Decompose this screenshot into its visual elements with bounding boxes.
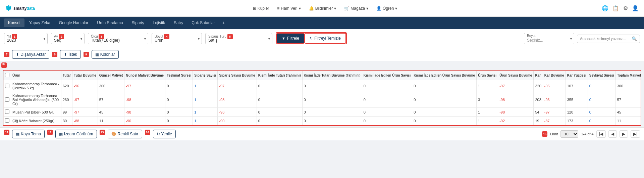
cell-tutar-3: 30 <box>61 117 72 125</box>
color-row-icon: 🎨 <box>111 132 116 136</box>
cell-guncel-maliyet-buyume-2: -98 <box>124 108 165 117</box>
row-checkbox-0[interactable] <box>5 84 9 88</box>
cell-siparis-sayisi-3[interactable]: 1 <box>193 117 218 125</box>
cell-kismi-iade-edilen-urun-sayisi-1: 0 <box>362 92 412 108</box>
right-boyut-select[interactable]: Seçiniz... <box>527 38 566 43</box>
bottom-badge-15: 15 <box>542 131 547 137</box>
nav-link-ogren[interactable]: 👤 Öğren ▾ <box>376 6 397 11</box>
select-all-checkbox[interactable] <box>5 73 9 77</box>
bottom-bar: 11 ▦ Koyu Tema 12 ▦ Izgara Görünüm 13 🎨 … <box>0 127 644 140</box>
cell-kismi-iade-edilen-urun-sayisi-buyume-1: 0 <box>412 92 477 108</box>
nav-link-ham-veri[interactable]: ≡ Ham Veri ▾ <box>277 6 301 11</box>
action-row: 7 ⬇ Dışarıya Aktar 8 ⬇ İstek 9 ▦ Kolonla… <box>0 48 644 61</box>
cell-kar-3: 19 <box>534 117 543 125</box>
nav-link-kupler[interactable]: ⊞ Küpler <box>253 6 269 11</box>
cell-guncel-maliyet-buyume-0: -97 <box>124 80 165 92</box>
filtrele-button[interactable]: ▼ Filtrele <box>276 33 305 44</box>
bell-icon: 🔔 <box>309 6 314 11</box>
istek-button[interactable]: ⬇ İstek <box>60 50 80 59</box>
sidebar-item-satis[interactable]: Satış <box>170 18 187 27</box>
chevron-down-icon-2: ▾ <box>334 6 336 11</box>
cell-guncel-maliyet-2: 45 <box>98 108 124 117</box>
first-page-button[interactable]: |◀ <box>596 130 606 138</box>
cell-teslimat-suresi-0: 0 <box>165 80 193 92</box>
cell-toplam-maliyet-2: 45 <box>615 108 641 117</box>
cell-kismi-iade-tutar-tahmini-1: 0 <box>257 92 302 108</box>
nav-link-bildirimler[interactable]: 🔔 Bildirimler ▾ <box>309 6 336 11</box>
last-page-button[interactable]: ▶| <box>631 130 640 138</box>
bottom-badge-11: 11 <box>4 130 9 135</box>
table-header-row: Ürün Tutar Tutar Büyüme Güncel Maliyet G… <box>4 71 642 80</box>
cell-kar-yuzdesi-0: 107 <box>566 80 588 92</box>
col-urun-sayisi: Ürün Sayısı <box>477 71 498 80</box>
cell-kar-yuzdesi-2: 120 <box>566 108 588 117</box>
kolonlar-button[interactable]: ▦ Kolonlar <box>92 50 119 59</box>
refresh-button[interactable]: ↻ Yenile <box>153 130 176 138</box>
cell-siparis-sayisi-1[interactable]: 1 <box>193 92 218 108</box>
row-checkbox-1[interactable] <box>5 97 9 102</box>
cell-siparis-sayisi-buyume-3: -90 <box>218 117 257 125</box>
col-checkbox <box>4 71 11 80</box>
cell-siparis-sayisi-2[interactable]: 1 <box>193 108 218 117</box>
col-kismi-iade-tutar-buyume-tahmini: Kısmi İade Tutarı Büyüme (Tahmini) <box>302 71 362 80</box>
cell-tutar-buyume-1: -97 <box>72 92 98 108</box>
row-checkbox-2[interactable] <box>5 109 9 114</box>
table-row: Müsan Pul Biber- 500 Gr. 99 -97 45 -98 0… <box>4 108 642 117</box>
cell-teslimat-suresi-3: 0 <box>165 117 193 125</box>
sidebar-item-konsol[interactable]: Konsol <box>4 18 24 27</box>
dark-theme-button[interactable]: ▦ Koyu Tema <box>12 130 45 138</box>
filtreyi-temizle-button[interactable]: ↻ Filtreyi Temizle <box>305 33 346 44</box>
ay-chevron: ▾ <box>80 37 82 41</box>
bottom-badge-13: 13 <box>100 130 105 135</box>
table-row: Çiğ Köfte Baharatı(250gr) 30 -88 11 -90 … <box>4 117 642 125</box>
cell-siparis-sayisi-buyume-0: -97 <box>218 80 257 92</box>
cart-icon: 🛒 <box>344 6 349 11</box>
search-wrapper: 🔍 <box>577 35 640 43</box>
settings-icon[interactable]: ⚙ <box>623 5 628 11</box>
search-input[interactable] <box>580 37 630 41</box>
add-tab-button[interactable]: + <box>220 18 228 28</box>
filter-icon: ▼ <box>282 36 285 40</box>
color-row-button[interactable]: 🎨 Renkli Satır <box>108 130 142 138</box>
export-button[interactable]: ⬇ Dışarıya Aktar <box>12 50 49 59</box>
col-urun: Ürün <box>11 71 61 80</box>
siparis-turu-badge: 5 <box>227 34 233 39</box>
next-page-button[interactable]: ▶ <box>620 130 628 138</box>
clipboard-icon[interactable]: 📋 <box>612 5 619 11</box>
sidebar-item-urun-siralama[interactable]: Ürün Sıralama <box>93 18 127 27</box>
cell-kar-buyume-3: -87 <box>543 117 566 125</box>
cell-siparis-sayisi-0[interactable]: 1 <box>193 80 218 92</box>
col-kar-buyume: Kar Büyüme <box>543 71 566 80</box>
sidebar-item-siparis[interactable]: Sipariş <box>128 18 148 27</box>
globe-icon[interactable]: 🌐 <box>602 5 608 11</box>
cell-urun-sayisi-buyume-0: -97 <box>498 80 534 92</box>
top-nav-icons: 🌐 📋 ⚙ 👤 <box>602 5 639 11</box>
ay-badge: 2 <box>59 34 64 39</box>
sidebar-item-lojistik[interactable]: Lojistik <box>149 18 169 27</box>
cell-kar-buyume-2: -97 <box>543 108 566 117</box>
right-boyut-label: Boyut <box>526 34 536 38</box>
sidebar-item-yapay-zeka[interactable]: Yapay Zeka <box>25 18 54 27</box>
profile-icon[interactable]: 👤 <box>632 5 639 11</box>
sidebar-item-google-haritalar[interactable]: Google Haritalar <box>55 18 92 27</box>
cell-kismi-iade-tutar-tahmini-2: 0 <box>257 108 302 117</box>
cell-urun-sayisi-3: 1 <box>477 117 498 125</box>
cell-urun-sayisi-buyume-1: -98 <box>498 92 534 108</box>
limit-select[interactable]: 102550100 <box>560 130 578 138</box>
yil-badge: 1 <box>12 34 17 39</box>
grid-view-button[interactable]: ▦ Izgara Görünüm <box>55 130 97 138</box>
top-nav: ❄ smartydata ⊞ Küpler ≡ Ham Veri ▾ 🔔 Bil… <box>0 0 644 17</box>
sidebar-item-cok-satanlar[interactable]: Çok Satanlar <box>187 18 219 27</box>
grid-view-icon: ▦ <box>59 132 63 136</box>
list-icon: ≡ <box>277 6 279 11</box>
table-row: Kahramanmaraş Tarhanası Bol Yoğurtlu Abb… <box>4 92 642 108</box>
prev-page-button[interactable]: ◀ <box>608 130 617 138</box>
col-guncel-maliyet: Güncel Maliyet <box>98 71 124 80</box>
bottom-right-pagination: 15 Limit 102550100 1-4 of 4 |◀ ◀ ▶ ▶| <box>542 130 640 138</box>
nav-link-magaza[interactable]: 🛒 Mağaza ▾ <box>344 6 368 11</box>
bottom-left-actions: 11 ▦ Koyu Tema 12 ▦ Izgara Görünüm 13 🎨 … <box>4 130 176 138</box>
cell-kar-0: 320 <box>534 80 543 92</box>
siparis-turu-label: Sipariş Türü 5 <box>208 34 233 39</box>
olcu-chevron: ▾ <box>144 37 146 41</box>
row-checkbox-3[interactable] <box>5 118 9 123</box>
